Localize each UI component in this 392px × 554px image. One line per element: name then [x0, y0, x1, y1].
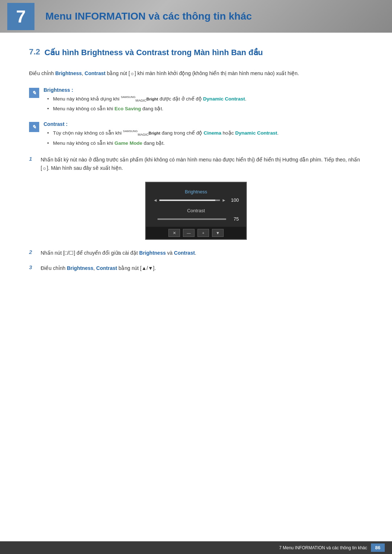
screen-btn-down[interactable]: ▼: [212, 229, 224, 237]
screen-mockup: Brightness ◄ ► 100 Contrast 75 ✕ — +: [145, 182, 247, 240]
dynamic-contrast-keyword: Dynamic Contrast: [203, 96, 245, 102]
contrast-ref-2: Contrast: [174, 250, 195, 256]
brightness-note-title: Brightness :: [44, 87, 363, 93]
contrast-note-block: ✎ Contrast : Tùy chọn này không có sẵn k…: [29, 121, 363, 149]
brightness-ref-3: Brightness: [67, 265, 93, 271]
samsung-magic-bright-2: SAMSUNGMAGICBright: [123, 131, 160, 135]
list-item: Menu này không khả dụng khi SAMSUNGMAGIC…: [47, 95, 363, 103]
contrast-slider-fill: [158, 218, 207, 220]
screen-container: Brightness ◄ ► 100 Contrast 75 ✕ — +: [29, 182, 363, 240]
step-3-text: Điều chỉnh Brightness, Contrast bằng nút…: [41, 264, 363, 273]
screen-btn-plus[interactable]: +: [197, 229, 209, 237]
contrast-slider-track: [158, 218, 226, 220]
game-mode-keyword: Game Mode: [115, 140, 143, 146]
list-item: Tùy chọn này không có sẵn khi SAMSUNGMAG…: [47, 129, 363, 138]
section-number: 7.2: [29, 47, 40, 57]
header-title: Menu INFORMATION và các thông tin khác: [45, 11, 252, 22]
screen-buttons-row: ✕ — + ▼: [146, 227, 246, 239]
contrast-slider-row: 75: [153, 216, 239, 222]
section-heading: 7.2 Cấu hình Brightness và Contrast tron…: [29, 47, 363, 58]
screen-btn-minus[interactable]: —: [183, 229, 195, 237]
contrast-note-content: Contrast : Tùy chọn này không có sẵn khi…: [44, 121, 363, 149]
brightness-keyword: Brightness: [55, 70, 82, 76]
list-item: Menu này không có sẵn khi Game Mode đang…: [47, 139, 363, 147]
brightness-note-block: ✎ Brightness : Menu này không khả dụng k…: [29, 87, 363, 115]
samsung-magic-bright: SAMSUNGMAGICBright: [121, 97, 158, 101]
brightness-slider-row: ◄ ► 100: [153, 197, 239, 203]
footer-nav-text: 7 Menu INFORMATION và các thông tin khác: [279, 545, 367, 550]
dynamic-contrast-keyword-2: Dynamic Contrast: [235, 130, 277, 136]
list-item: Menu này không có sẵn khi Eco Saving đan…: [47, 105, 363, 113]
section-title: Cấu hình Brightness và Contrast trong Mà…: [45, 47, 263, 58]
step-3: 3 Điều chỉnh Brightness, Contrast bằng n…: [29, 264, 363, 273]
step-2: 2 Nhấn nút [□/☐] để chuyển đổi giữa cài …: [29, 249, 363, 258]
step-number-2: 2: [29, 249, 36, 255]
screen-btn-x[interactable]: ✕: [168, 229, 180, 237]
step-2-text: Nhấn nút [□/☐] để chuyển đổi giữa cài đặ…: [41, 249, 363, 258]
arrow-left-icon: ◄: [153, 198, 158, 203]
header-banner: 7 Menu INFORMATION và các thông tin khác: [0, 0, 392, 33]
brightness-screen-label: Brightness: [153, 189, 239, 194]
contrast-value: 75: [230, 216, 239, 222]
step-1: 1 Nhấn bất kỳ nút nào ở đằng trước sản p…: [29, 156, 363, 173]
contrast-screen-label: Contrast: [153, 208, 239, 213]
contrast-bullet-list: Tùy chọn này không có sẵn khi SAMSUNGMAG…: [44, 129, 363, 147]
brightness-note-icon: ✎: [29, 88, 39, 98]
brightness-slider-track: [159, 200, 220, 201]
brightness-bullet-list: Menu này không khả dụng khi SAMSUNGMAGIC…: [44, 95, 363, 113]
arrow-right-icon: ►: [222, 198, 226, 203]
chapter-number: 7: [16, 7, 26, 26]
cinema-keyword: Cinema: [204, 130, 221, 136]
eco-saving-keyword: Eco Saving: [115, 106, 141, 111]
chapter-number-box: 7: [7, 3, 34, 30]
brightness-note-content: Brightness : Menu này không khả dụng khi…: [44, 87, 363, 115]
contrast-keyword: Contrast: [85, 70, 106, 76]
intro-paragraph: Điều chỉnh Brightness, Contrast bằng nút…: [29, 69, 363, 78]
step-number-3: 3: [29, 264, 36, 270]
main-content: 7.2 Cấu hình Brightness và Contrast tron…: [0, 33, 392, 308]
contrast-ref-3: Contrast: [96, 265, 117, 271]
footer: 7 Menu INFORMATION và các thông tin khác…: [0, 541, 392, 554]
contrast-note-title: Contrast :: [44, 121, 363, 127]
footer-page-number: 86: [371, 543, 385, 552]
brightness-slider-fill: [159, 200, 215, 201]
brightness-ref-2: Brightness: [139, 250, 166, 256]
step-number-1: 1: [29, 156, 36, 162]
brightness-value: 100: [230, 197, 239, 203]
contrast-note-icon: ✎: [29, 122, 39, 132]
step-1-text: Nhấn bất kỳ nút nào ở đằng trước sản phẩ…: [41, 156, 363, 173]
